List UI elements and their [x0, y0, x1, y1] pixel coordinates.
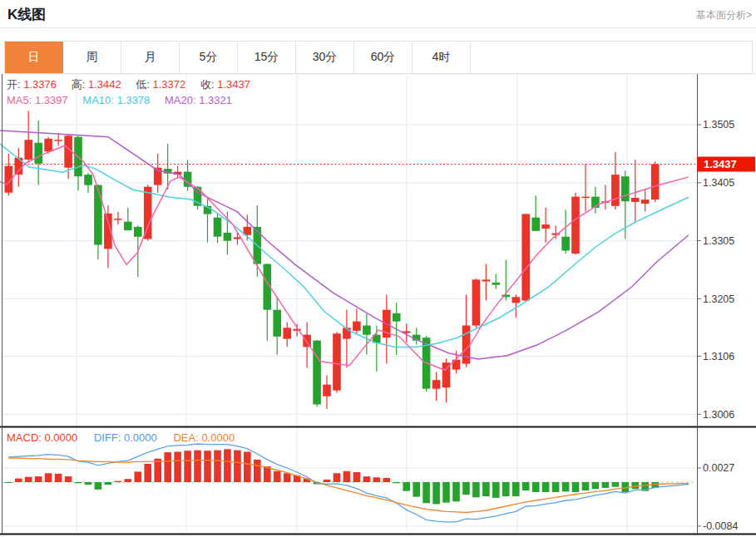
y-axis-labels: 1.35051.34051.33051.32051.31061.30060.00…: [697, 119, 738, 532]
tab-5分[interactable]: 5分: [180, 42, 238, 73]
svg-text:-0.0084: -0.0084: [703, 520, 738, 532]
macd-histogram: [5, 449, 659, 504]
svg-text:1.3437: 1.3437: [704, 158, 737, 170]
tab-月[interactable]: 月: [121, 42, 180, 73]
tab-60分[interactable]: 60分: [354, 42, 413, 73]
fundamental-analysis-link[interactable]: 基本面分析>: [696, 8, 752, 22]
svg-text:1.3505: 1.3505: [703, 119, 734, 131]
tab-日[interactable]: 日: [5, 42, 63, 73]
svg-text:0.0027: 0.0027: [703, 462, 734, 474]
tab-30分[interactable]: 30分: [296, 42, 354, 73]
svg-text:1.3205: 1.3205: [703, 293, 734, 305]
svg-text:1.3006: 1.3006: [703, 409, 734, 421]
page-header: K线图 基本面分析>: [0, 0, 756, 28]
tab-周[interactable]: 周: [63, 42, 121, 73]
kline-page: { "header": { "title": "K线图", "link": "基…: [0, 0, 756, 537]
tab-15分[interactable]: 15分: [238, 42, 296, 73]
tab-4时[interactable]: 4时: [413, 42, 471, 73]
interval-tab-bar: 日周月5分15分30分60分4时: [4, 41, 753, 74]
kline-chart-canvas[interactable]: 1.35051.34051.33051.32051.31061.30060.00…: [0, 0, 756, 537]
tab-bar-filler: [471, 42, 752, 73]
current-price-tag: 1.3437: [697, 157, 755, 172]
svg-text:1.3405: 1.3405: [703, 177, 734, 189]
page-title: K线图: [7, 5, 46, 24]
svg-text:1.3106: 1.3106: [703, 351, 734, 362]
svg-text:1.3305: 1.3305: [703, 235, 734, 247]
candle-series: [5, 111, 660, 409]
